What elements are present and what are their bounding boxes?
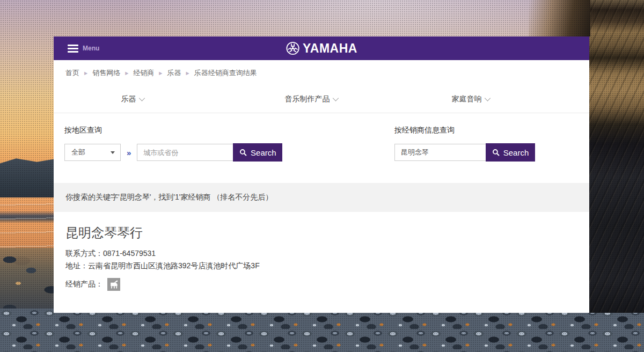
city-input[interactable] <box>137 144 233 161</box>
dealer-keyword-input[interactable] <box>394 144 486 161</box>
dealer-address: 地址：云南省昆明市西山区滇池路392号店滇池时代广场3F <box>65 261 577 270</box>
brand-wordmark: YAMAHA <box>303 41 357 56</box>
breadcrumb-separator-icon: ▶ <box>125 71 128 76</box>
chevron-down-icon <box>485 95 491 101</box>
breadcrumb-current-page: 乐器经销商查询结果 <box>194 68 257 78</box>
grand-piano-icon <box>107 278 120 291</box>
breadcrumb-home[interactable]: 首页 <box>65 68 79 78</box>
search-icon <box>239 149 247 157</box>
menu-label: Menu <box>83 45 99 52</box>
dealer-products-row: 经销产品： <box>65 278 577 291</box>
breadcrumb-sales-network[interactable]: 销售网络 <box>92 68 120 78</box>
dealer-search-title: 按经销商信息查询 <box>394 126 535 135</box>
search-result-message-bar: 你搜索的关键字'昆明念琴'，找到'1'家经销商 （排名不分先后） <box>54 183 589 212</box>
menu-button[interactable]: Menu <box>68 45 99 53</box>
caret-down-icon <box>111 151 115 154</box>
tab-home-audio[interactable]: 家庭音响 <box>452 86 490 113</box>
tab-label: 乐器 <box>121 94 136 104</box>
products-label: 经销产品： <box>65 280 103 289</box>
breadcrumb-separator-icon: ▶ <box>84 71 87 76</box>
breadcrumb-dealers[interactable]: 经销商 <box>133 68 154 78</box>
search-by-dealer-group: 按经销商信息查询 Search <box>394 126 535 162</box>
breadcrumb-separator-icon: ▶ <box>186 71 189 76</box>
tab-music-production[interactable]: 音乐制作产品 <box>285 86 338 113</box>
breadcrumb: 首页 ▶ 销售网络 ▶ 经销商 ▶ 乐器 ▶ 乐器经销商查询结果 <box>54 60 589 86</box>
region-search-title: 按地区查询 <box>64 126 282 135</box>
tab-label: 音乐制作产品 <box>285 94 330 104</box>
yamaha-tuning-fork-icon <box>286 41 300 56</box>
dealer-contact: 联系方式：0871-64579531 <box>65 249 577 258</box>
site-header: Menu YAMAHA <box>54 36 589 60</box>
search-icon <box>492 149 500 157</box>
hamburger-icon <box>68 45 78 53</box>
chevron-down-icon <box>139 95 145 101</box>
search-button-label: Search <box>503 148 529 157</box>
region-search-button[interactable]: Search <box>233 143 282 162</box>
tab-label: 家庭音响 <box>452 94 482 104</box>
breadcrumb-instruments[interactable]: 乐器 <box>167 68 181 78</box>
dealer-result: 昆明念琴琴行 联系方式：0871-64579531 地址：云南省昆明市西山区滇池… <box>54 212 589 291</box>
breadcrumb-separator-icon: ▶ <box>159 71 162 76</box>
yamaha-dealer-search-page: Menu YAMAHA 首页 ▶ 销售网络 ▶ 经销商 ▶ 乐器 ▶ 乐器经销商… <box>54 36 589 313</box>
tab-instruments[interactable]: 乐器 <box>121 86 144 113</box>
search-button-label: Search <box>251 148 276 157</box>
yamaha-logo: YAMAHA <box>286 41 357 56</box>
search-by-region-group: 按地区查询 全部 » Search <box>64 126 282 162</box>
search-section: 按地区查询 全部 » Search 按经销商信息查询 <box>54 113 589 183</box>
dealer-name: 昆明念琴琴行 <box>65 224 577 241</box>
chevron-down-icon <box>333 95 339 101</box>
region-select[interactable]: 全部 <box>64 144 121 161</box>
double-arrow-icon: » <box>127 148 131 157</box>
dealer-search-button[interactable]: Search <box>486 143 535 162</box>
search-result-message: 你搜索的关键字'昆明念琴'，找到'1'家经销商 （排名不分先后） <box>65 193 273 202</box>
category-tabs: 乐器 音乐制作产品 家庭音响 <box>54 86 589 113</box>
region-select-value: 全部 <box>71 148 85 157</box>
